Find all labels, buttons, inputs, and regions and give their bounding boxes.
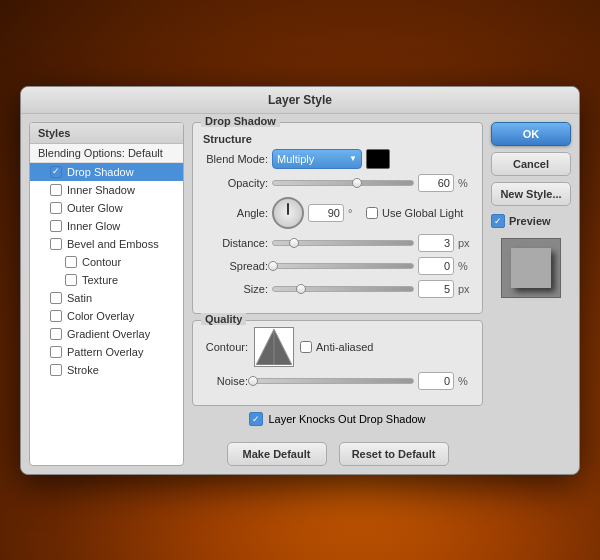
global-light-label: Use Global Light	[382, 207, 463, 219]
noise-thumb[interactable]	[248, 376, 258, 386]
color-overlay-label: Color Overlay	[67, 310, 134, 322]
sidebar-item-blending-options[interactable]: Blending Options: Default	[30, 144, 183, 163]
distance-slider[interactable]	[272, 240, 414, 246]
angle-input[interactable]	[308, 204, 344, 222]
noise-slider[interactable]	[252, 378, 414, 384]
inner-shadow-checkbox[interactable]	[50, 184, 62, 196]
pattern-overlay-checkbox[interactable]	[50, 346, 62, 358]
preview-checkbox[interactable]: ✓	[491, 214, 505, 228]
inner-glow-label: Inner Glow	[67, 220, 120, 232]
layer-knocks-row: ✓ Layer Knocks Out Drop Shadow	[192, 412, 483, 426]
bottom-buttons-row: Make Default Reset to Default	[192, 442, 483, 466]
noise-unit: %	[458, 375, 472, 387]
spread-row: Spread: %	[203, 257, 472, 275]
use-global-light-row: Use Global Light	[366, 207, 463, 219]
noise-input[interactable]	[418, 372, 454, 390]
contour-checkbox[interactable]	[65, 256, 77, 268]
cancel-button[interactable]: Cancel	[491, 152, 571, 176]
sidebar-item-inner-shadow[interactable]: Inner Shadow	[30, 181, 183, 199]
gradient-overlay-checkbox[interactable]	[50, 328, 62, 340]
distance-label: Distance:	[203, 237, 268, 249]
spread-slider[interactable]	[272, 263, 414, 269]
size-input[interactable]	[418, 280, 454, 298]
distance-input[interactable]	[418, 234, 454, 252]
sidebar-item-drop-shadow[interactable]: Drop Shadow	[30, 163, 183, 181]
drop-shadow-checkbox[interactable]	[50, 166, 62, 178]
opacity-label: Opacity:	[203, 177, 268, 189]
global-light-checkbox[interactable]	[366, 207, 378, 219]
sidebar-item-texture[interactable]: Texture	[30, 271, 183, 289]
preview-inner-box	[511, 248, 551, 288]
satin-checkbox[interactable]	[50, 292, 62, 304]
opacity-thumb[interactable]	[352, 178, 362, 188]
opacity-input[interactable]	[418, 174, 454, 192]
spread-input[interactable]	[418, 257, 454, 275]
distance-thumb[interactable]	[289, 238, 299, 248]
outer-glow-label: Outer Glow	[67, 202, 123, 214]
bevel-emboss-checkbox[interactable]	[50, 238, 62, 250]
angle-unit: °	[348, 207, 362, 219]
pattern-overlay-label: Pattern Overlay	[67, 346, 143, 358]
texture-checkbox[interactable]	[65, 274, 77, 286]
color-swatch[interactable]	[366, 149, 390, 169]
anti-aliased-label: Anti-aliased	[316, 341, 373, 353]
anti-aliased-checkbox[interactable]	[300, 341, 312, 353]
drop-shadow-label: Drop Shadow	[67, 166, 134, 178]
sidebar-item-inner-glow[interactable]: Inner Glow	[30, 217, 183, 235]
texture-label: Texture	[82, 274, 118, 286]
sidebar-item-pattern-overlay[interactable]: Pattern Overlay	[30, 343, 183, 361]
blend-mode-value: Multiply	[277, 153, 314, 165]
structure-title: Structure	[203, 133, 472, 145]
inner-glow-checkbox[interactable]	[50, 220, 62, 232]
distance-row: Distance: px	[203, 234, 472, 252]
blend-mode-row: Blend Mode: Multiply ▼	[203, 149, 472, 169]
satin-label: Satin	[67, 292, 92, 304]
contour-preview[interactable]	[254, 327, 294, 367]
new-style-button[interactable]: New Style...	[491, 182, 571, 206]
drop-shadow-section: Drop Shadow Structure Blend Mode: Multip…	[192, 122, 483, 314]
sidebar-item-stroke[interactable]: Stroke	[30, 361, 183, 379]
preview-thumbnail	[501, 238, 561, 298]
right-panel: OK Cancel New Style... ✓ Preview	[491, 122, 571, 466]
stroke-checkbox[interactable]	[50, 364, 62, 376]
reset-to-default-button[interactable]: Reset to Default	[339, 442, 449, 466]
gradient-overlay-label: Gradient Overlay	[67, 328, 150, 340]
layer-knocks-label: Layer Knocks Out Drop Shadow	[268, 413, 425, 425]
make-default-button[interactable]: Make Default	[227, 442, 327, 466]
styles-header: Styles	[30, 123, 183, 144]
sidebar-item-bevel-emboss[interactable]: Bevel and Emboss	[30, 235, 183, 253]
size-row: Size: px	[203, 280, 472, 298]
angle-label: Angle:	[203, 207, 268, 219]
preview-row: ✓ Preview	[491, 214, 571, 228]
blending-options-label: Blending Options: Default	[38, 147, 163, 159]
quality-section: Quality Contour: Anti-aliased	[192, 320, 483, 406]
opacity-unit: %	[458, 177, 472, 189]
outer-glow-checkbox[interactable]	[50, 202, 62, 214]
blend-mode-dropdown[interactable]: Multiply ▼	[272, 149, 362, 169]
size-slider[interactable]	[272, 286, 414, 292]
layer-knocks-checkbox[interactable]: ✓	[249, 412, 263, 426]
bevel-emboss-label: Bevel and Emboss	[67, 238, 159, 250]
quality-title: Quality	[201, 313, 246, 325]
size-thumb[interactable]	[296, 284, 306, 294]
angle-dial[interactable]	[272, 197, 304, 229]
color-overlay-checkbox[interactable]	[50, 310, 62, 322]
spread-label: Spread:	[203, 260, 268, 272]
dropdown-arrow-icon: ▼	[349, 154, 357, 163]
title-text: Layer Style	[268, 93, 332, 107]
sidebar-item-contour[interactable]: Contour	[30, 253, 183, 271]
distance-unit: px	[458, 237, 472, 249]
stroke-label: Stroke	[67, 364, 99, 376]
ok-button[interactable]: OK	[491, 122, 571, 146]
sidebar-item-satin[interactable]: Satin	[30, 289, 183, 307]
contour-svg	[256, 329, 292, 365]
sidebar-item-outer-glow[interactable]: Outer Glow	[30, 199, 183, 217]
opacity-slider[interactable]	[272, 180, 414, 186]
spread-thumb[interactable]	[268, 261, 278, 271]
size-label: Size:	[203, 283, 268, 295]
dialog-title: Layer Style	[21, 87, 579, 114]
sidebar-item-gradient-overlay[interactable]: Gradient Overlay	[30, 325, 183, 343]
spread-unit: %	[458, 260, 472, 272]
anti-aliased-row: Anti-aliased	[300, 341, 373, 353]
sidebar-item-color-overlay[interactable]: Color Overlay	[30, 307, 183, 325]
